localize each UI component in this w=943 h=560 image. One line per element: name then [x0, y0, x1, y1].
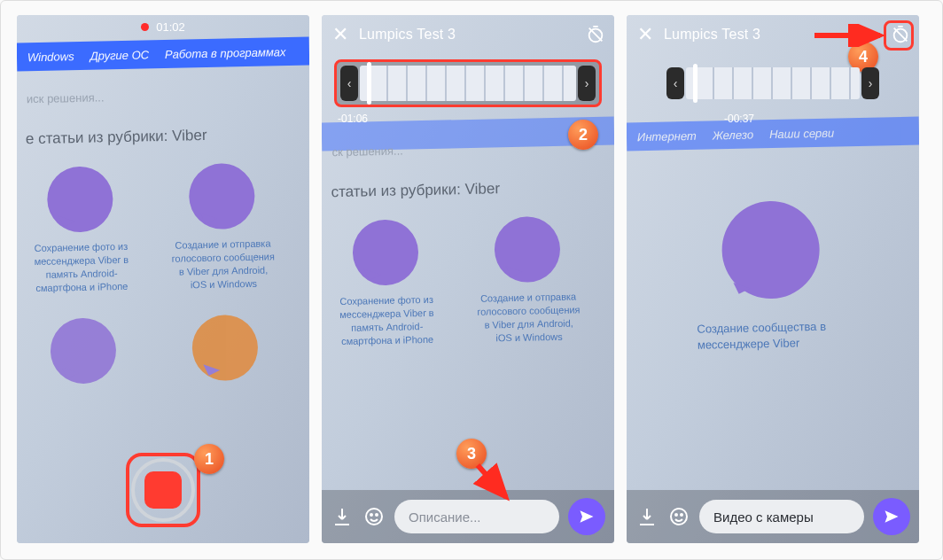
screenshot-3: Интернет Железо Наши серви Создание сооб…	[627, 15, 919, 543]
article-card: Сохранение фото из мессенджера Viber в п…	[331, 219, 440, 348]
screenshot-2: ск решения... статьи из рубрики: Viber С…	[322, 15, 614, 543]
nav-item: Windows	[27, 50, 74, 64]
playhead[interactable]	[367, 62, 371, 105]
close-icon[interactable]: ✕	[331, 23, 350, 46]
page-content: Создание сообщества в мессенджере Viber	[627, 154, 919, 543]
viber-icon	[189, 163, 256, 230]
download-icon[interactable]	[635, 505, 659, 528]
send-button[interactable]	[873, 498, 910, 535]
compose-bar: Описание...	[322, 490, 614, 543]
viber-icon	[50, 318, 117, 385]
viber-icon	[352, 219, 419, 286]
search-placeholder-text: ск решения...	[331, 140, 597, 159]
svg-point-6	[675, 514, 677, 516]
step-badge-1: 1	[194, 444, 224, 474]
recording-time: 01:02	[156, 20, 185, 34]
article-card: Сохранение фото из мессенджера Viber в п…	[27, 166, 136, 295]
filmstrip-frames[interactable]	[686, 67, 860, 99]
trim-filmstrip[interactable]: ‹ ›	[662, 59, 884, 107]
editor-topbar: ✕ Lumpics Test 3	[322, 15, 614, 54]
caption-placeholder: Описание...	[409, 509, 481, 525]
icon	[191, 315, 259, 382]
download-icon[interactable]	[331, 505, 354, 528]
svg-point-7	[681, 514, 682, 516]
emoji-icon[interactable]	[362, 505, 386, 528]
screenshot-1: Windows Другие ОС Работа в программах ис…	[17, 15, 309, 543]
step-badge-2: 2	[568, 120, 598, 150]
trim-filmstrip[interactable]: ‹ ›	[334, 59, 602, 107]
stop-icon	[144, 471, 182, 509]
trim-handle-right[interactable]: ›	[578, 66, 596, 101]
viber-icon	[494, 216, 561, 284]
send-button[interactable]	[568, 498, 605, 535]
close-icon[interactable]: ✕	[635, 23, 655, 46]
article-title: Создание сообщества в мессенджере Viber	[697, 318, 848, 353]
filmstrip-frames[interactable]	[360, 66, 576, 101]
article-card: Создание и отправка голосового сообщения…	[168, 162, 277, 292]
trim-handle-right[interactable]: ›	[861, 67, 879, 99]
timer-off-icon[interactable]	[586, 25, 605, 44]
trim-handle-left[interactable]: ‹	[666, 67, 684, 99]
nav-item: Работа в программах	[165, 45, 286, 61]
svg-point-2	[370, 514, 372, 516]
arrow-annotation	[471, 458, 524, 511]
recording-indicator: 01:02	[17, 15, 309, 38]
arrow-annotation	[811, 24, 891, 47]
rubric-heading: статьи из рубрики: Viber	[331, 178, 598, 201]
playhead[interactable]	[693, 64, 698, 103]
video-duration: -00:37	[724, 113, 754, 125]
rubric-heading: е статьи из рубрики: Viber	[26, 125, 293, 148]
article-title: Сохранение фото из мессенджера Viber в п…	[333, 293, 440, 348]
viber-icon	[721, 200, 820, 299]
svg-point-5	[671, 509, 687, 525]
article-card: Создание и отправка голосового сообщения…	[473, 215, 582, 345]
svg-point-1	[366, 509, 382, 525]
viber-icon	[47, 166, 114, 233]
video-duration: -01:06	[338, 113, 368, 125]
chat-title: Lumpics Test 3	[359, 27, 577, 43]
caption-text: Видео с камеры	[713, 509, 814, 525]
emoji-icon[interactable]	[667, 505, 690, 528]
article-title: Создание и отправка голосового сообщения…	[475, 290, 582, 345]
trim-handle-left[interactable]: ‹	[340, 66, 358, 101]
svg-point-3	[376, 514, 378, 516]
page-content: ск решения... статьи из рубрики: Viber С…	[322, 128, 614, 543]
stop-record-button[interactable]	[131, 458, 195, 522]
stop-record-highlight	[126, 453, 200, 527]
record-dot-icon	[141, 23, 149, 31]
article-title: Сохранение фото из мессенджера Viber в п…	[27, 240, 135, 295]
nav-item: Другие ОС	[90, 48, 149, 62]
search-placeholder-text: иск решения...	[27, 87, 292, 105]
article-title: Создание и отправка голосового сообщения…	[169, 237, 277, 292]
caption-input[interactable]: Видео с камеры	[699, 500, 864, 533]
compose-bar: Видео с камеры	[627, 490, 919, 543]
